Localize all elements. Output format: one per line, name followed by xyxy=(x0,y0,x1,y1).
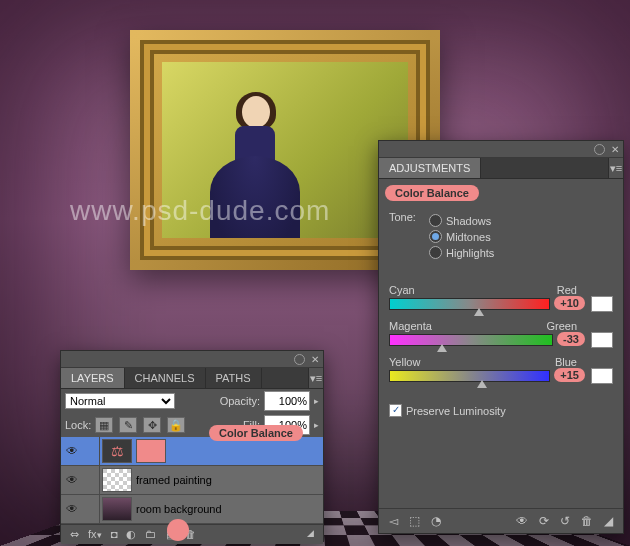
preserve-luminosity-checkbox[interactable]: ✓ Preserve Luminosity xyxy=(389,404,613,417)
layer-name: framed painting xyxy=(134,474,212,486)
slider-value-highlight: +10 xyxy=(554,296,585,310)
previous-icon[interactable]: ⟳ xyxy=(535,514,553,528)
layer-room-background[interactable]: 👁 room background xyxy=(61,495,323,524)
panel-menu-icon[interactable]: ▾≡ xyxy=(609,158,623,178)
slider-value-input[interactable] xyxy=(591,368,613,384)
painting-image xyxy=(162,62,408,238)
layer-framed-painting[interactable]: 👁 framed painting xyxy=(61,466,323,495)
opacity-flyout-icon[interactable]: ▸ xyxy=(314,396,319,406)
layers-list: 👁 ⚖ Color Balance 👁 framed painting 👁 ro… xyxy=(61,437,323,524)
clip-icon[interactable]: ◔ xyxy=(427,514,445,528)
tab-layers[interactable]: LAYERS xyxy=(61,368,125,388)
slider-value-highlight: -33 xyxy=(557,332,585,346)
fill-flyout-icon[interactable]: ▸ xyxy=(314,420,319,430)
tone-shadows-radio[interactable]: Shadows xyxy=(429,214,494,227)
slider-left-label: Magenta xyxy=(389,320,432,332)
slider-thumb-icon[interactable] xyxy=(477,380,487,388)
lock-pixels-icon[interactable]: ✎ xyxy=(119,417,137,433)
radio-icon xyxy=(429,214,442,227)
slider-value-highlight: +15 xyxy=(554,368,585,382)
tab-adjustments[interactable]: ADJUSTMENTS xyxy=(379,158,481,178)
collapse-icon[interactable] xyxy=(594,144,605,155)
adjustment-title-highlight: Color Balance xyxy=(385,185,479,201)
adjustment-button-highlight xyxy=(167,519,189,541)
layer-mask-icon[interactable]: ◘ xyxy=(108,528,121,540)
lock-buttons: ▦ ✎ ✥ 🔒 xyxy=(95,417,185,433)
layer-group-icon[interactable]: 🗀 xyxy=(142,528,159,540)
slider-thumb-icon[interactable] xyxy=(474,308,484,316)
tone-highlights-radio[interactable]: Highlights xyxy=(429,246,494,259)
trash-icon[interactable]: 🗑 xyxy=(577,514,597,528)
layer-name: room background xyxy=(134,503,222,515)
opacity-label: Opacity: xyxy=(220,395,260,407)
layer-thumb[interactable] xyxy=(102,468,132,492)
slider-right-label: Blue xyxy=(555,356,577,368)
return-icon[interactable]: ◅ xyxy=(385,514,402,528)
link-layers-icon[interactable]: ⇔ xyxy=(67,528,82,540)
visibility-icon[interactable]: 👁 xyxy=(61,502,83,516)
tone-label: Tone: xyxy=(389,211,429,262)
collapse-icon[interactable] xyxy=(294,354,305,365)
slider-value-input[interactable] xyxy=(591,332,613,348)
checkbox-label: Preserve Luminosity xyxy=(406,405,506,417)
slider-thumb-icon[interactable] xyxy=(437,344,447,352)
expand-icon[interactable]: ⬚ xyxy=(405,514,424,528)
adjustments-bottom-toolbar: ◅ ⬚ ◔ 👁 ⟳ ↺ 🗑 ◢ xyxy=(379,508,623,533)
blend-mode-select[interactable]: Normal xyxy=(65,393,175,409)
radio-label: Highlights xyxy=(446,247,494,259)
slider-track[interactable] xyxy=(389,298,550,310)
lock-all-icon[interactable]: 🔒 xyxy=(167,417,185,433)
slider-left-label: Yellow xyxy=(389,356,420,368)
visibility-icon[interactable]: 👁 xyxy=(61,444,83,458)
panel-menu-icon[interactable]: ▾≡ xyxy=(309,368,323,388)
slider-value-input[interactable] xyxy=(591,296,613,312)
color-balance-highlight: Color Balance xyxy=(209,425,303,441)
resize-grip-icon[interactable]: ◢ xyxy=(600,514,617,528)
slider-track[interactable] xyxy=(389,370,550,382)
reset-icon[interactable]: ↺ xyxy=(556,514,574,528)
layer-thumb[interactable] xyxy=(102,497,132,521)
slider-yellow-blue: Yellow Blue +15 xyxy=(389,356,613,384)
slider-right-label: Green xyxy=(546,320,577,332)
checkbox-icon: ✓ xyxy=(389,404,402,417)
radio-icon xyxy=(429,246,442,259)
layer-mask-thumb[interactable] xyxy=(136,439,166,463)
radio-icon xyxy=(429,230,442,243)
layers-bottom-toolbar: ⇔ fx▾ ◘ ◐ 🗀 ▤ 🗑 ◢ xyxy=(61,524,323,544)
lock-label: Lock: xyxy=(65,419,91,431)
slider-right-label: Red xyxy=(557,284,577,296)
radio-label: Midtones xyxy=(446,231,491,243)
slider-left-label: Cyan xyxy=(389,284,415,296)
lock-transparency-icon[interactable]: ▦ xyxy=(95,417,113,433)
eye-icon[interactable]: 👁 xyxy=(512,514,532,528)
close-icon[interactable]: ✕ xyxy=(611,144,619,155)
lock-position-icon[interactable]: ✥ xyxy=(143,417,161,433)
tab-channels[interactable]: CHANNELS xyxy=(125,368,206,388)
panel-drag-bar[interactable]: ✕ xyxy=(379,141,623,158)
slider-magenta-green: Magenta Green -33 xyxy=(389,320,613,348)
adjustment-thumb-icon[interactable]: ⚖ xyxy=(102,439,132,463)
layer-color-balance[interactable]: 👁 ⚖ Color Balance xyxy=(61,437,323,466)
adjustments-panel: ✕ ADJUSTMENTS ▾≡ Color Balance Tone: Sha… xyxy=(378,140,624,534)
close-icon[interactable]: ✕ xyxy=(311,354,319,365)
slider-track[interactable] xyxy=(389,334,553,346)
tab-paths[interactable]: PATHS xyxy=(206,368,262,388)
scene-background: www.psd-dude.com ✕ LAYERS CHANNELS PATHS… xyxy=(0,0,630,546)
girl-figure xyxy=(200,86,310,236)
slider-cyan-red: Cyan Red +10 xyxy=(389,284,613,312)
tone-midtones-radio[interactable]: Midtones xyxy=(429,230,494,243)
radio-label: Shadows xyxy=(446,215,491,227)
resize-grip-icon[interactable]: ◢ xyxy=(304,528,317,541)
layer-style-icon[interactable]: fx▾ xyxy=(85,528,105,540)
opacity-input[interactable] xyxy=(264,391,310,411)
panel-drag-bar[interactable]: ✕ xyxy=(61,351,323,368)
visibility-icon[interactable]: 👁 xyxy=(61,473,83,487)
layers-panel: ✕ LAYERS CHANNELS PATHS ▾≡ Normal Opacit… xyxy=(60,350,324,542)
adjustment-layer-icon[interactable]: ◐ xyxy=(123,528,139,540)
